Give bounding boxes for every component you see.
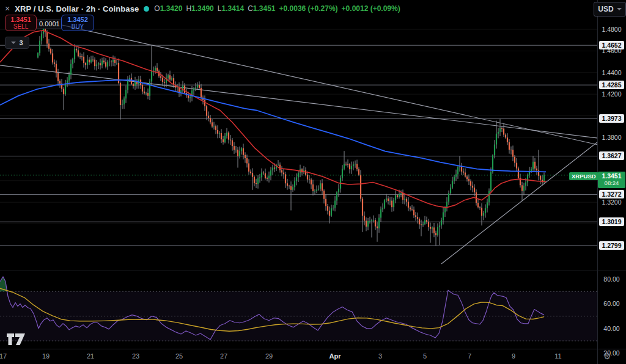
candle-body bbox=[267, 178, 268, 179]
close-icon[interactable]: × bbox=[5, 4, 10, 13]
candle-body bbox=[279, 165, 281, 170]
candle-body bbox=[373, 220, 374, 220]
buy-price: 1.3452 bbox=[67, 16, 88, 23]
time-axis-label: 5 bbox=[423, 352, 427, 360]
candle-body bbox=[358, 169, 359, 175]
candle-body bbox=[318, 189, 319, 190]
candle-body bbox=[50, 49, 51, 54]
candle-body bbox=[406, 199, 407, 202]
buy-label: BUY bbox=[72, 23, 84, 30]
candle-body bbox=[411, 209, 413, 210]
candle-body bbox=[296, 177, 297, 181]
extended-change-value: +0.0012 (+0.09%) bbox=[342, 4, 400, 13]
candle-body bbox=[184, 86, 185, 93]
time-axis-label: 17 bbox=[0, 352, 7, 360]
candle-body bbox=[360, 175, 361, 198]
candle-body bbox=[338, 189, 339, 192]
symbol-title[interactable]: XRP / U.S. Dollar · 2h · Coinbase bbox=[15, 4, 139, 13]
market-status-dot-icon bbox=[144, 6, 149, 12]
candle-body bbox=[344, 164, 345, 169]
candle-body bbox=[116, 63, 117, 64]
candle-body bbox=[41, 34, 42, 41]
tradingview-logo[interactable] bbox=[6, 333, 27, 346]
sell-button[interactable]: 1.3451 SELL bbox=[5, 15, 37, 31]
candle-body bbox=[131, 78, 132, 84]
candle-body bbox=[164, 82, 165, 83]
candle-body bbox=[312, 184, 314, 191]
candle-body bbox=[111, 62, 112, 62]
axis-settings-gear-icon[interactable]: ⚙ bbox=[603, 351, 611, 361]
candle-body bbox=[287, 183, 288, 186]
candle-body bbox=[532, 162, 534, 169]
candle-body bbox=[210, 118, 211, 122]
pane-divider[interactable] bbox=[0, 271, 626, 271]
time-axis-label: 19 bbox=[42, 352, 50, 360]
candle-body bbox=[316, 189, 317, 191]
candle-body bbox=[248, 163, 249, 171]
price-level-badge: 1.3627 bbox=[599, 151, 624, 160]
drawings-count-chip[interactable]: 3 bbox=[5, 37, 29, 49]
candle-body bbox=[144, 92, 145, 93]
candle-body bbox=[212, 122, 213, 126]
candle-body bbox=[272, 168, 273, 170]
candle-body bbox=[112, 60, 114, 62]
candle-body bbox=[127, 79, 128, 90]
chart-legend[interactable]: × XRP / U.S. Dollar · 2h · Coinbase O1.3… bbox=[5, 2, 400, 15]
candle-body bbox=[133, 84, 134, 86]
candle-body bbox=[265, 173, 266, 178]
candle-body bbox=[54, 62, 55, 64]
candle-body bbox=[327, 206, 328, 211]
candle-body bbox=[483, 213, 484, 216]
candle-body bbox=[516, 163, 517, 169]
price-level-badge: 1.2799 bbox=[599, 241, 624, 250]
candle-body bbox=[446, 202, 447, 207]
candle-body bbox=[424, 220, 425, 224]
candle-body bbox=[492, 155, 493, 172]
candle-body bbox=[230, 140, 231, 140]
time-axis-label: 3 bbox=[378, 352, 382, 360]
candle-body bbox=[518, 169, 519, 178]
candle-body bbox=[437, 227, 438, 235]
price-chart[interactable] bbox=[0, 0, 626, 364]
candle-body bbox=[496, 134, 497, 145]
candle-body bbox=[224, 136, 226, 142]
time-axis-label: 11 bbox=[554, 352, 561, 360]
trendline-descending-upper bbox=[40, 20, 598, 145]
candle-body bbox=[263, 173, 264, 173]
candle-body bbox=[142, 85, 143, 92]
candle-body bbox=[399, 194, 400, 197]
time-axis[interactable]: 17192123252729Apr357911 bbox=[0, 351, 597, 364]
candle-body bbox=[510, 150, 512, 150]
candle-body bbox=[94, 60, 95, 66]
candle-body bbox=[79, 56, 81, 57]
buy-button[interactable]: 1.3452 BUY bbox=[61, 15, 94, 31]
candle-body bbox=[534, 162, 536, 169]
price-level-badge: 1.3019 bbox=[599, 217, 624, 226]
candle-body bbox=[76, 49, 77, 51]
candle-body bbox=[333, 208, 334, 208]
candle-body bbox=[389, 201, 391, 202]
candle-body bbox=[160, 76, 161, 78]
candle-body bbox=[386, 198, 387, 200]
candle-body bbox=[404, 199, 405, 200]
candle-body bbox=[292, 187, 293, 190]
candle-body bbox=[421, 224, 422, 225]
candle-body bbox=[257, 178, 259, 184]
candle-body bbox=[123, 98, 125, 104]
candle-body bbox=[512, 150, 514, 156]
candle-body bbox=[235, 150, 237, 150]
candle-body bbox=[65, 84, 66, 94]
candle-body bbox=[364, 216, 365, 220]
candle-body bbox=[197, 85, 198, 87]
candle-body bbox=[147, 93, 149, 96]
candle-body bbox=[39, 41, 40, 53]
candle-body bbox=[63, 89, 64, 95]
candle-body bbox=[408, 202, 409, 208]
candle-body bbox=[488, 191, 490, 203]
time-axis-label: 29 bbox=[265, 352, 273, 360]
candle-body bbox=[393, 200, 394, 208]
candle-body bbox=[107, 62, 108, 67]
candle-body bbox=[92, 60, 94, 60]
candle-body bbox=[125, 90, 127, 98]
price-level-badge: 1.4285 bbox=[599, 81, 624, 89]
